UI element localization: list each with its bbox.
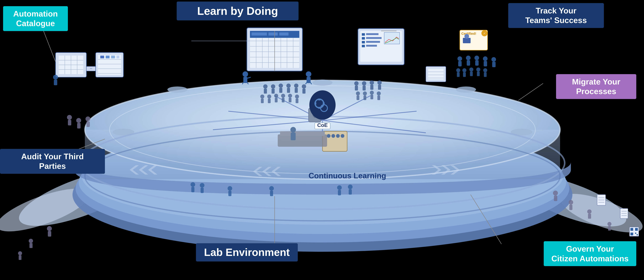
svg-point-138 bbox=[281, 94, 285, 98]
svg-point-130 bbox=[302, 84, 306, 89]
svg-rect-236 bbox=[280, 131, 325, 136]
svg-rect-223 bbox=[630, 228, 633, 231]
svg-rect-169 bbox=[492, 62, 496, 67]
svg-point-152 bbox=[356, 91, 360, 95]
svg-rect-149 bbox=[370, 85, 374, 90]
diagram-svg: ↔ bbox=[0, 0, 644, 280]
svg-rect-179 bbox=[484, 72, 487, 77]
continuous-learning-text: Continuous Learning bbox=[308, 171, 386, 180]
svg-rect-52 bbox=[100, 56, 104, 58]
svg-point-140 bbox=[288, 94, 292, 98]
svg-point-142 bbox=[295, 95, 299, 99]
svg-rect-199 bbox=[349, 189, 352, 195]
svg-rect-89 bbox=[463, 38, 470, 43]
svg-point-101 bbox=[332, 134, 335, 138]
svg-point-128 bbox=[294, 84, 298, 88]
svg-rect-141 bbox=[289, 98, 292, 102]
svg-rect-108 bbox=[318, 107, 320, 109]
svg-point-162 bbox=[466, 56, 470, 60]
svg-rect-76 bbox=[362, 33, 365, 36]
svg-rect-193 bbox=[228, 191, 232, 196]
svg-rect-167 bbox=[484, 61, 487, 66]
svg-rect-224 bbox=[635, 228, 638, 231]
svg-point-188 bbox=[190, 182, 195, 187]
svg-rect-125 bbox=[279, 88, 282, 93]
svg-line-232 bbox=[518, 83, 543, 100]
svg-point-103 bbox=[341, 134, 344, 138]
svg-point-212 bbox=[608, 222, 612, 226]
svg-point-100 bbox=[327, 134, 330, 138]
svg-rect-195 bbox=[270, 191, 273, 196]
learn-by-doing-label: Learn by Doing bbox=[177, 2, 298, 20]
svg-rect-159 bbox=[378, 95, 380, 100]
svg-rect-203 bbox=[30, 243, 32, 248]
svg-rect-235 bbox=[278, 134, 327, 147]
svg-rect-54 bbox=[111, 56, 115, 58]
svg-rect-139 bbox=[282, 98, 284, 102]
svg-point-194 bbox=[269, 186, 274, 191]
svg-rect-147 bbox=[362, 86, 366, 91]
svg-point-202 bbox=[29, 239, 33, 243]
svg-rect-153 bbox=[356, 95, 359, 100]
svg-rect-145 bbox=[355, 86, 358, 91]
svg-point-166 bbox=[483, 56, 488, 61]
svg-rect-121 bbox=[264, 89, 267, 94]
svg-rect-71 bbox=[252, 33, 267, 36]
svg-point-210 bbox=[587, 209, 592, 214]
svg-point-132 bbox=[260, 95, 264, 99]
track-teams-success-label: Track YourTeams' Success bbox=[508, 3, 604, 28]
svg-point-150 bbox=[378, 81, 382, 85]
svg-rect-143 bbox=[296, 99, 298, 103]
svg-point-170 bbox=[456, 68, 460, 72]
svg-rect-171 bbox=[457, 72, 460, 77]
svg-rect-177 bbox=[477, 72, 480, 76]
svg-point-176 bbox=[476, 68, 480, 72]
svg-text:Certified!: Certified! bbox=[461, 32, 476, 36]
svg-point-15 bbox=[456, 87, 476, 93]
svg-rect-227 bbox=[636, 234, 638, 235]
svg-point-13 bbox=[168, 87, 188, 93]
svg-point-208 bbox=[568, 200, 573, 205]
svg-rect-82 bbox=[362, 45, 365, 47]
svg-rect-191 bbox=[200, 188, 204, 193]
svg-rect-110 bbox=[323, 102, 324, 105]
svg-rect-157 bbox=[370, 95, 373, 99]
govern-citizen-label: Govern YourCitizen Automations bbox=[544, 241, 636, 266]
svg-point-122 bbox=[271, 84, 275, 89]
svg-rect-205 bbox=[19, 255, 22, 260]
svg-point-134 bbox=[267, 95, 271, 99]
main-scene: ↔ bbox=[0, 0, 644, 280]
svg-rect-211 bbox=[588, 214, 591, 219]
svg-rect-175 bbox=[470, 72, 473, 76]
svg-rect-73 bbox=[279, 33, 288, 36]
svg-rect-127 bbox=[287, 88, 290, 93]
svg-point-190 bbox=[200, 183, 204, 188]
svg-rect-109 bbox=[314, 102, 316, 105]
svg-point-164 bbox=[474, 56, 479, 60]
svg-rect-197 bbox=[338, 190, 341, 195]
svg-rect-209 bbox=[569, 205, 572, 210]
svg-point-158 bbox=[377, 91, 381, 95]
svg-rect-161 bbox=[458, 61, 462, 66]
svg-point-154 bbox=[363, 91, 367, 95]
svg-point-168 bbox=[492, 57, 496, 62]
automation-catalogue-label: AutomationCatalogue bbox=[3, 6, 68, 31]
svg-rect-129 bbox=[295, 88, 298, 93]
lab-environment-label: Lab Environment bbox=[196, 243, 298, 261]
svg-point-200 bbox=[47, 226, 52, 231]
svg-point-180 bbox=[53, 75, 58, 80]
svg-point-198 bbox=[348, 185, 352, 189]
svg-point-206 bbox=[553, 191, 558, 195]
svg-point-120 bbox=[263, 84, 268, 89]
svg-text:↔: ↔ bbox=[89, 66, 93, 70]
svg-point-172 bbox=[462, 68, 466, 72]
svg-point-184 bbox=[76, 118, 81, 123]
svg-point-144 bbox=[354, 81, 358, 86]
svg-rect-81 bbox=[366, 41, 380, 43]
svg-rect-123 bbox=[272, 89, 275, 94]
svg-point-111 bbox=[242, 71, 248, 77]
svg-point-102 bbox=[336, 134, 340, 138]
svg-point-237 bbox=[290, 127, 296, 133]
svg-point-192 bbox=[228, 186, 232, 191]
svg-text:✓: ✓ bbox=[484, 32, 486, 35]
